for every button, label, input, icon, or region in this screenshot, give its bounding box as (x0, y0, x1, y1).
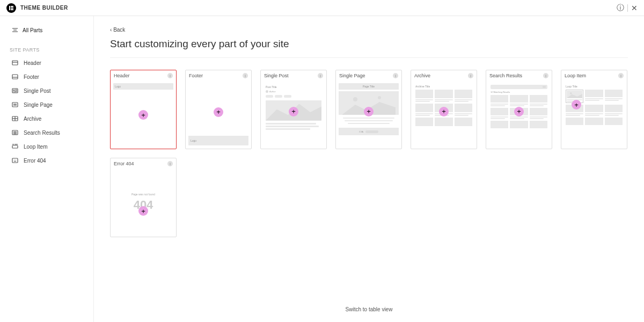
info-icon[interactable]: i (167, 161, 173, 166)
card-title: Error 404 (114, 161, 134, 166)
archive-icon (12, 115, 18, 122)
plus-icon[interactable]: + (138, 206, 148, 216)
card-title: Header (114, 73, 130, 78)
topbar-actions: ⓘ ✕ (617, 3, 638, 13)
card-loop-item[interactable]: Loop Item i Loop Title (561, 70, 627, 149)
sidebar-item-label: Footer (24, 74, 39, 80)
sidebar-item-header[interactable]: Header (0, 56, 93, 70)
preview-matching-results: 12 Matching Results (491, 91, 547, 93)
card-title: Loop Item (565, 73, 586, 78)
card-title: Footer (189, 73, 203, 78)
search-results-icon (12, 129, 18, 136)
sidebar-all-parts[interactable]: All Parts (0, 21, 93, 44)
svg-rect-2 (11, 8, 13, 9)
card-archive[interactable]: Archive i Archive Title (411, 70, 477, 149)
sidebar-item-single-page[interactable]: Single Page (0, 98, 93, 112)
card-footer[interactable]: Footer i Logo (185, 70, 252, 149)
info-icon[interactable]: i (318, 73, 323, 78)
footer-icon (12, 74, 18, 80)
sidebar-item-archive[interactable]: Archive (0, 112, 93, 126)
svg-rect-29 (12, 158, 18, 163)
app-logo (6, 3, 16, 13)
plus-icon[interactable]: + (289, 107, 298, 116)
svg-rect-16 (12, 103, 18, 107)
svg-point-32 (353, 97, 357, 101)
svg-point-31 (16, 159, 16, 160)
info-icon[interactable]: i (543, 73, 548, 78)
topbar: THEME BUILDER ⓘ ✕ (0, 0, 644, 16)
chevron-left-icon: ‹ (110, 27, 112, 33)
svg-rect-7 (12, 61, 18, 65)
plus-icon[interactable]: + (138, 110, 148, 120)
preview-cta: CTA (359, 130, 363, 133)
card-search-results[interactable]: Search Results i 12 Matching Results (486, 70, 552, 149)
help-icon[interactable]: ⓘ (617, 3, 624, 13)
card-title: Single Page (339, 73, 365, 78)
header-icon (12, 60, 18, 66)
back-label: Back (113, 27, 125, 33)
sidebar-item-search-results[interactable]: Search Results (0, 126, 93, 140)
card-header[interactable]: Header i Logo (110, 70, 177, 149)
plus-icon[interactable]: + (439, 107, 449, 116)
sidebar-item-label: Error 404 (24, 158, 46, 164)
sidebar: All Parts SITE PARTS Header Footer Singl… (0, 16, 94, 322)
svg-rect-26 (12, 145, 18, 148)
sidebar-item-label: Header (24, 60, 41, 66)
sidebar-heading: SITE PARTS (0, 44, 93, 56)
main-content: ‹ Back Start customizing every part of y… (94, 16, 644, 322)
divider (627, 4, 628, 12)
svg-rect-12 (13, 90, 15, 91)
plus-icon[interactable]: + (214, 107, 223, 117)
loop-item-icon (12, 143, 18, 150)
close-icon[interactable]: ✕ (631, 4, 638, 12)
sidebar-item-label: Single Post (24, 88, 51, 94)
app-title: THEME BUILDER (20, 5, 68, 11)
sidebar-item-single-post[interactable]: Single Post (0, 84, 93, 98)
card-title: Archive (414, 73, 430, 78)
sidebar-item-label: Archive (24, 116, 41, 122)
card-title: Single Post (264, 73, 289, 78)
card-single-page[interactable]: Single Page i Page Title CTA (335, 70, 402, 149)
svg-rect-0 (9, 6, 10, 10)
switch-view-link[interactable]: Switch to table view (110, 302, 628, 317)
sidebar-item-label: Single Page (24, 102, 53, 108)
single-post-icon (12, 87, 18, 94)
info-icon[interactable]: i (243, 73, 248, 78)
card-title: Search Results (489, 73, 522, 78)
preview-404-msg: Page was not found (131, 193, 155, 196)
plus-icon[interactable]: + (514, 107, 524, 116)
preview-archive-title: Archive Title (415, 85, 472, 88)
info-icon[interactable]: i (393, 73, 398, 78)
sidebar-item-label: Search Results (24, 130, 60, 136)
back-link[interactable]: ‹ Back (110, 26, 628, 33)
svg-point-30 (14, 159, 14, 160)
preview-page-title: Page Title (339, 83, 399, 90)
single-page-icon (12, 101, 18, 108)
sidebar-item-label: Loop Item (24, 144, 47, 150)
info-icon[interactable]: i (167, 73, 173, 78)
svg-point-34 (570, 92, 572, 94)
svg-point-33 (378, 96, 381, 99)
svg-rect-9 (12, 75, 18, 79)
info-icon[interactable]: i (618, 73, 624, 78)
hamburger-icon (12, 27, 18, 33)
error-404-icon (12, 157, 18, 164)
cards-grid: Header i Logo (110, 58, 628, 237)
info-icon[interactable]: i (468, 73, 473, 78)
topbar-left: THEME BUILDER (6, 3, 68, 13)
sidebar-all-parts-label: All Parts (23, 27, 42, 33)
preview-loop-title: Loop Title (566, 85, 623, 88)
page-title: Start customizing every part of your sit… (110, 38, 628, 58)
svg-rect-3 (11, 9, 13, 10)
plus-icon[interactable]: + (572, 100, 581, 109)
card-error-404[interactable]: Error 404 i Page was not found 404 + (110, 158, 177, 237)
preview-author: Author (269, 90, 276, 93)
sidebar-item-error-404[interactable]: Error 404 (0, 153, 93, 167)
sidebar-item-footer[interactable]: Footer (0, 70, 93, 84)
sidebar-item-loop-item[interactable]: Loop Item (0, 140, 93, 153)
card-single-post[interactable]: Single Post i Post Title Author (260, 70, 327, 149)
preview-post-title: Post Title (266, 85, 321, 89)
svg-rect-1 (11, 6, 13, 7)
plus-icon[interactable]: + (364, 107, 374, 116)
